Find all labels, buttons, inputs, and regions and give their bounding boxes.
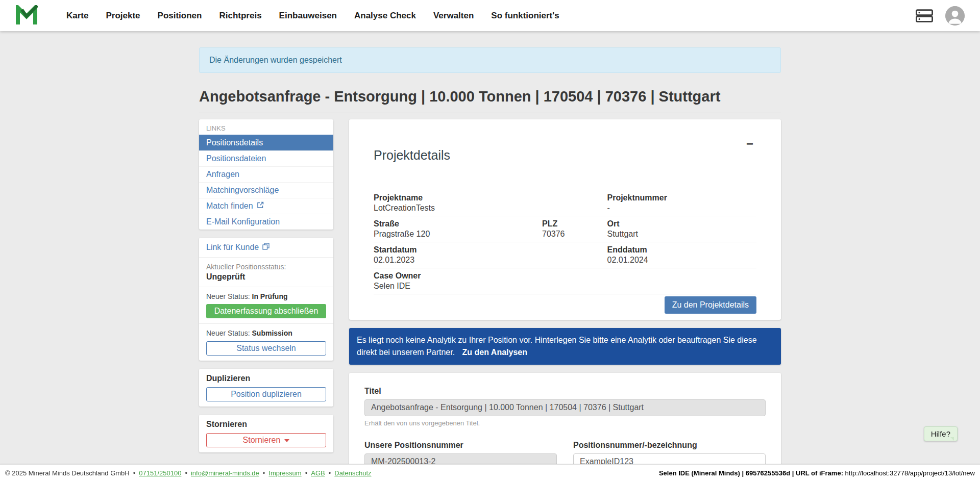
footer-agb-link[interactable]: AGB [311, 469, 325, 477]
customer-link[interactable]: Link für Kunde [206, 243, 270, 252]
project-field-row: Projektname LotCreationTests Projektnumm… [374, 190, 756, 216]
project-details-panel: Projektdetails − Projektname LotCreation… [349, 119, 781, 320]
nav-item-projekte[interactable]: Projekte [106, 11, 140, 21]
sidebar-item-label: Anfragen [206, 170, 239, 179]
success-alert: Die Änderungen wurden gespeichert [199, 47, 781, 73]
project-field-row: Straße Pragstraße 120 PLZ 70376 Ort Stut… [374, 216, 756, 242]
project-field-row: Startdatum 02.01.2023 Enddatum 02.01.202… [374, 242, 756, 268]
sidebar-item-label: E-Mail Konfiguration [206, 217, 280, 226]
sidebar-item-match-finden[interactable]: Match finden [199, 198, 333, 214]
page-container: Die Änderungen wurden gespeichert Angebo… [199, 47, 781, 481]
sidebar-item-email-konfiguration[interactable]: E-Mail Konfiguration [199, 214, 333, 230]
copy-icon [262, 243, 270, 252]
footer-phone-link[interactable]: 07151/250100 [139, 469, 181, 477]
sidebar-item-label: Positionsdateien [206, 154, 266, 163]
sidebar-item-anfragen[interactable]: Anfragen [199, 166, 333, 182]
server-rack-icon[interactable] [916, 9, 933, 22]
external-link-icon [257, 201, 264, 211]
field-value: LotCreationTests [374, 203, 542, 213]
field-label: Case Owner [374, 271, 542, 281]
copyright-text: © 2025 Mineral Minds Deutschland GmbH [5, 469, 130, 477]
title-input [364, 399, 766, 416]
links-card: LINKS Positionsdetails Positionsdateien … [199, 119, 333, 230]
complete-data-entry-button[interactable]: Datenerfassung abschließen [206, 304, 326, 318]
duplicate-card: Duplizieren Position duplizieren [199, 369, 333, 407]
current-status-value: Ungeprüft [206, 272, 326, 282]
our-number-label: Unsere Positionsnummer [364, 441, 557, 450]
cancel-card: Stornieren Stornieren [199, 415, 333, 452]
nav-item-karte[interactable]: Karte [66, 11, 88, 21]
duplicate-position-button[interactable]: Position duplizieren [206, 387, 326, 401]
project-fields: Projektname LotCreationTests Projektnumm… [374, 190, 756, 294]
nav-item-analyse-check[interactable]: Analyse Check [354, 11, 416, 21]
nav-item-verwalten[interactable]: Verwalten [433, 11, 474, 21]
field-value: 02.01.2023 [374, 255, 542, 265]
new-status-value: Submission [252, 329, 292, 337]
sidebar-item-matchingvorschlaege[interactable]: Matchingvorschläge [199, 182, 333, 198]
field-label: Startdatum [374, 245, 542, 255]
duplicate-title: Duplizieren [206, 374, 326, 383]
title-help-text: Erhält den von uns vorgegebenen Titel. [364, 419, 766, 427]
new-status-label: Neuer Status: [206, 292, 250, 300]
caret-down-icon [284, 439, 289, 442]
logo-icon [15, 5, 38, 27]
sidebar: LINKS Positionsdetails Positionsdateien … [199, 119, 333, 461]
top-navbar: Karte Projekte Positionen Richtpreis Ein… [0, 0, 980, 31]
project-details-button[interactable]: Zu den Projektdetails [665, 296, 756, 314]
alert-text: Die Änderungen wurden gespeichert [209, 56, 342, 64]
footer-right: Selen IDE (Mineral Minds) | 69576255536d… [659, 469, 975, 477]
navbar-right [916, 6, 965, 26]
field-value: Selen IDE [374, 281, 542, 291]
sidebar-item-label: Match finden [206, 201, 253, 211]
project-field-row: Case Owner Selen IDE [374, 268, 756, 294]
footer-email-link[interactable]: info@mineral-minds.de [191, 469, 259, 477]
field-value: Pragstraße 120 [374, 229, 542, 239]
field-label: Ort [607, 219, 757, 229]
new-status-value: In Prüfung [252, 292, 288, 300]
sidebar-item-label: Positionsdetails [206, 138, 263, 147]
field-value: - [607, 203, 757, 213]
field-label: Projektnummer [607, 193, 757, 202]
footer-user-info: Selen IDE (Mineral Minds) | 69576255536d… [659, 469, 843, 477]
sidebar-item-positionsdateien[interactable]: Positionsdateien [199, 150, 333, 166]
sidebar-item-positionsdetails[interactable]: Positionsdetails [199, 135, 333, 150]
nav-item-so-funktionierts[interactable]: So funktioniert's [491, 11, 559, 21]
field-label: Straße [374, 219, 542, 229]
sidebar-item-label: Matchingvorschläge [206, 186, 279, 195]
analytics-link[interactable]: Zu den Analysen [462, 348, 527, 357]
footer-iframe-url: http://localhost:32778/app/project/13/lo… [845, 469, 975, 477]
links-header: LINKS [199, 119, 333, 135]
customer-link-label: Link für Kunde [206, 243, 259, 252]
footer-left: © 2025 Mineral Minds Deutschland GmbH • … [5, 469, 372, 477]
nav-item-einbauweisen[interactable]: Einbauweisen [279, 11, 337, 21]
cancel-button-label: Stornieren [243, 436, 281, 444]
user-avatar[interactable] [945, 6, 965, 26]
field-value: 02.01.2024 [607, 255, 757, 265]
project-details-title: Projektdetails [374, 147, 450, 163]
field-label: Enddatum [607, 245, 757, 255]
nav-item-richtpreis[interactable]: Richtpreis [219, 11, 261, 21]
cancel-dropdown-button[interactable]: Stornieren [206, 433, 326, 447]
main-nav: Karte Projekte Positionen Richtpreis Ein… [66, 11, 559, 21]
footer-datenschutz-link[interactable]: Datenschutz [334, 469, 371, 477]
footer: © 2025 Mineral Minds Deutschland GmbH • … [0, 464, 980, 481]
field-label: Projektname [374, 193, 542, 202]
status-card: Link für Kunde Aktueller Positionsstatus… [199, 238, 333, 361]
main-column: Projektdetails − Projektname LotCreation… [349, 119, 781, 481]
analytics-banner-text: Es liegt noch keine Analytik zu Ihrer Po… [357, 336, 757, 357]
field-value: Stuttgart [607, 229, 757, 239]
new-status-line-1: Neuer Status: In Prüfung [206, 292, 326, 300]
help-button[interactable]: Hilfe? [924, 426, 958, 441]
new-status-label: Neuer Status: [206, 329, 250, 337]
cancel-title: Stornieren [206, 420, 326, 429]
position-number-label: Positionsnummer/-bezeichnung [573, 441, 766, 450]
page-title: Angebotsanfrage - Entsorgung | 10.000 To… [199, 88, 781, 113]
current-status-label: Aktueller Positionsstatus: [206, 263, 326, 271]
field-value: 70376 [542, 229, 607, 239]
collapse-icon[interactable]: − [743, 137, 756, 151]
footer-impressum-link[interactable]: Impressum [268, 469, 301, 477]
switch-status-button[interactable]: Status wechseln [206, 341, 326, 356]
field-label: PLZ [542, 219, 607, 229]
nav-item-positionen[interactable]: Positionen [158, 11, 202, 21]
mineral-minds-logo[interactable] [15, 5, 38, 27]
